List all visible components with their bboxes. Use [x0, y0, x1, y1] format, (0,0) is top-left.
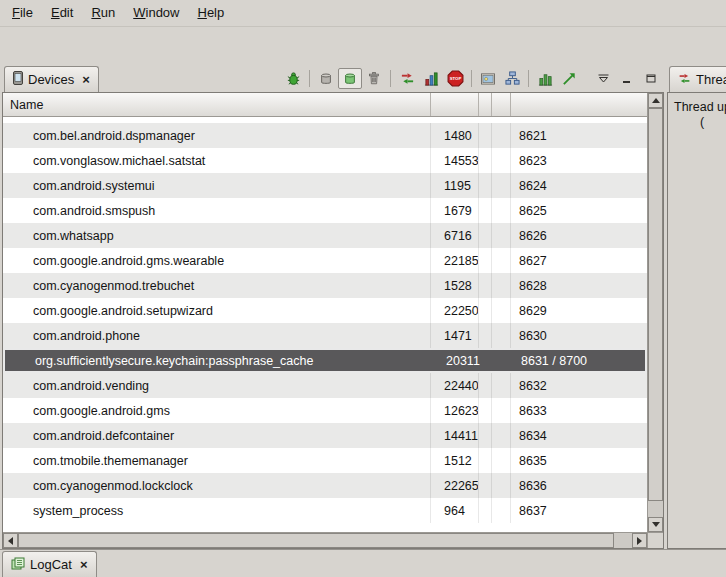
- process-port: 8621: [511, 123, 647, 148]
- column-header-spare2[interactable]: [492, 93, 511, 116]
- menu-help[interactable]: Help: [188, 1, 233, 25]
- table-row[interactable]: system_process 964 8637: [3, 498, 647, 523]
- table-row[interactable]: com.vonglasow.michael.satstat 14553 8623: [3, 148, 647, 173]
- process-spare2: [492, 398, 511, 423]
- table-row[interactable]: com.android.phone 1471 8630: [3, 323, 647, 348]
- process-spare2: [492, 423, 511, 448]
- process-name: com.google.android.gms.wearable: [3, 248, 431, 273]
- process-pid: 1512: [431, 448, 479, 473]
- stop-process-icon[interactable]: STOP: [443, 68, 467, 89]
- table-row[interactable]: com.google.android.gms 12623 8633: [3, 398, 647, 423]
- process-port: 8627: [511, 248, 647, 273]
- process-name: com.tmobile.thememanager: [3, 448, 431, 473]
- toolbar-separator: [528, 70, 529, 87]
- table-header: Name: [3, 93, 647, 117]
- process-port: 8631 / 8700: [513, 350, 645, 371]
- process-name: com.android.defcontainer: [3, 423, 431, 448]
- process-port: 8626: [511, 223, 647, 248]
- vertical-scroll-thumb[interactable]: [648, 108, 663, 501]
- table-row[interactable]: com.tmobile.thememanager 1512 8635: [3, 448, 647, 473]
- menu-window[interactable]: Window: [124, 1, 188, 25]
- table-row[interactable]: com.google.android.gms.wearable 22185 86…: [3, 248, 647, 273]
- process-spare2: [492, 448, 511, 473]
- devices-icon: [13, 71, 23, 88]
- process-pid: 964: [431, 498, 479, 523]
- process-pid: 1528: [431, 273, 479, 298]
- maximize-icon[interactable]: [639, 68, 663, 89]
- column-header-name[interactable]: Name: [3, 93, 431, 116]
- process-port: 8625: [511, 198, 647, 223]
- table-row[interactable]: com.android.vending 22440 8632: [3, 373, 647, 398]
- table-row[interactable]: com.android.systemui 1195 8624: [3, 173, 647, 198]
- minimize-icon[interactable]: [615, 68, 639, 89]
- table-row[interactable]: com.android.defcontainer 14411 8634: [3, 423, 647, 448]
- arrow-up-icon: [652, 98, 660, 103]
- process-name: com.android.vending: [3, 373, 431, 398]
- process-spare2: [494, 350, 513, 371]
- update-heap-icon[interactable]: [314, 68, 338, 89]
- process-port: 8637: [511, 498, 647, 523]
- process-pid: 22185: [431, 248, 479, 273]
- table-row[interactable]: com.android.smspush 1679 8625: [3, 198, 647, 223]
- column-header-pid[interactable]: [431, 93, 479, 116]
- screen-capture-icon[interactable]: [476, 68, 500, 89]
- table-row[interactable]: com.cyanogenmod.trebuchet 1528 8628: [3, 273, 647, 298]
- arrow-left-icon: [8, 537, 13, 545]
- tab-devices[interactable]: Devices ×: [4, 66, 99, 92]
- process-pid: 12623: [431, 398, 479, 423]
- menu-run[interactable]: Run: [82, 1, 124, 25]
- horizontal-scroll-track[interactable]: [18, 533, 632, 548]
- process-spare2: [492, 373, 511, 398]
- process-name: com.android.systemui: [3, 173, 431, 198]
- tab-logcat[interactable]: LogCat ×: [2, 551, 97, 577]
- dump-hprof-icon[interactable]: [338, 68, 362, 89]
- vertical-scrollbar[interactable]: [647, 93, 663, 532]
- process-spare2: [492, 248, 511, 273]
- ddms-window: File Edit Run Window Help Devices ×: [0, 0, 726, 577]
- process-pid: 1195: [431, 173, 479, 198]
- toolbar-separator: [390, 70, 391, 87]
- tab-threads[interactable]: Threads: [669, 66, 726, 92]
- scroll-down-button[interactable]: [648, 517, 663, 532]
- vertical-scroll-track[interactable]: [648, 108, 663, 517]
- svg-text:STOP: STOP: [449, 76, 461, 81]
- threads-icon: [678, 72, 691, 88]
- process-port: 8632: [511, 373, 647, 398]
- devices-toolbar: STOP: [281, 68, 663, 89]
- menu-edit[interactable]: Edit: [42, 1, 82, 25]
- process-spare1: [479, 423, 492, 448]
- process-pid: 14553: [431, 148, 479, 173]
- method-profiling-icon[interactable]: [419, 68, 443, 89]
- scroll-right-button[interactable]: [632, 533, 647, 548]
- table-row[interactable]: com.google.android.setupwizard 22250 862…: [3, 298, 647, 323]
- table-row[interactable]: com.bel.android.dspmanager 1480 8621: [3, 123, 647, 148]
- column-header-spare1[interactable]: [479, 93, 492, 116]
- cause-gc-icon[interactable]: [362, 68, 386, 89]
- table-row[interactable]: com.cyanogenmod.lockclock 22265 8636: [3, 473, 647, 498]
- process-port: 8623: [511, 148, 647, 173]
- tab-devices-label: Devices: [28, 72, 74, 87]
- process-name: com.cyanogenmod.lockclock: [3, 473, 431, 498]
- process-table-content: Name com.bel.android.dspmanager 1480 862…: [3, 93, 647, 532]
- scroll-left-button[interactable]: [3, 533, 18, 548]
- close-icon[interactable]: ×: [80, 557, 88, 572]
- view-menu-icon[interactable]: [591, 68, 615, 89]
- horizontal-scroll-thumb[interactable]: [18, 533, 614, 548]
- table-row[interactable]: com.whatsapp 6716 8626: [3, 223, 647, 248]
- close-icon[interactable]: ×: [82, 72, 90, 87]
- horizontal-scrollbar[interactable]: [3, 533, 647, 548]
- process-spare2: [492, 473, 511, 498]
- scroll-up-button[interactable]: [648, 93, 663, 108]
- menu-file[interactable]: File: [3, 1, 42, 25]
- threads-message-line1: Thread up: [674, 100, 726, 115]
- update-threads-icon[interactable]: [395, 68, 419, 89]
- devices-panel: Devices ×: [2, 61, 664, 549]
- capture-sysinfo-icon[interactable]: [533, 68, 557, 89]
- table-row[interactable]: org.sufficientlysecure.keychain:passphra…: [3, 348, 647, 373]
- debug-process-icon[interactable]: [281, 68, 305, 89]
- column-header-port[interactable]: [511, 93, 647, 116]
- process-name: com.google.android.setupwizard: [3, 298, 431, 323]
- hierarchy-view-icon[interactable]: [500, 68, 524, 89]
- frame-stats-icon[interactable]: [557, 68, 581, 89]
- devices-panel-header: Devices ×: [2, 61, 664, 92]
